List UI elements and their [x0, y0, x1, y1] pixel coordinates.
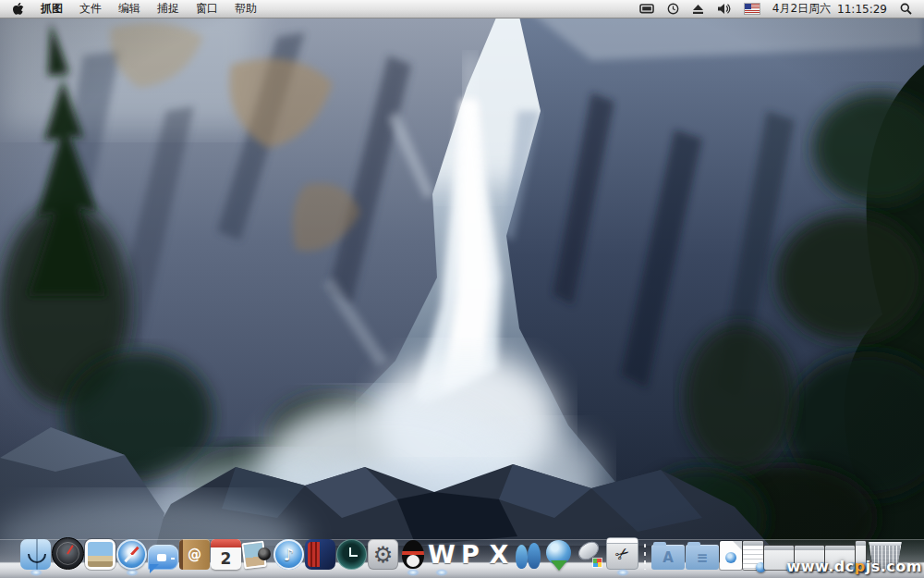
dock-item-front-row[interactable] [305, 539, 335, 570]
menu-item-6[interactable]: 帮助 [226, 0, 265, 18]
dock-item-powerpoint[interactable]: P [456, 539, 484, 570]
powerpoint-glyph: P [456, 539, 484, 570]
running-indicator [126, 569, 139, 576]
menu-item-4[interactable]: 捕捉 [149, 0, 188, 18]
watermark-part: js.com [866, 558, 922, 575]
running-indicator [435, 569, 448, 576]
dock-item-itunes[interactable]: ♪ [274, 539, 304, 570]
dock-item-safari[interactable] [116, 539, 147, 570]
ical-glyph: 2 [211, 539, 241, 570]
dock-item-ical[interactable]: 2 [211, 539, 241, 570]
dock-item-photo-booth[interactable] [242, 539, 273, 570]
itunes-glyph: ♪ [274, 539, 304, 570]
dock-item-system-preferences[interactable]: ⚙ [368, 539, 398, 570]
dock-item-time-machine[interactable] [336, 539, 367, 570]
eject-icon [692, 4, 704, 15]
dock-item-minimized-window-1[interactable] [743, 541, 763, 570]
displays-status[interactable] [633, 4, 661, 15]
display-icon [639, 4, 654, 15]
volume-icon [717, 3, 732, 15]
menu-bar-status-area: 4月2日周六 11:15:29 [633, 1, 924, 17]
menu-item-5[interactable]: 窗口 [188, 0, 226, 18]
date-text: 4月2日周六 [772, 1, 831, 17]
dock-item-grab[interactable]: ✂ [606, 537, 638, 570]
system-preferences-glyph: ⚙ [368, 539, 398, 570]
address-book-glyph: @ [179, 539, 210, 570]
dock-item-dashboard[interactable] [52, 537, 84, 570]
us-flag-icon [745, 4, 760, 14]
wallpaper-yosemite-falls [0, 0, 924, 578]
menu-bar-menus: 抓图文件编辑捕捉窗口帮助 [32, 0, 265, 18]
running-indicator [616, 569, 629, 576]
time-text: 11:15:29 [837, 3, 887, 16]
dock-item-qq[interactable] [399, 539, 427, 570]
spotlight-status[interactable] [894, 3, 918, 15]
documents-folder-glyph: ≡ [686, 545, 719, 570]
running-indicator [30, 569, 43, 576]
dock-item-msn-messenger[interactable] [514, 539, 542, 570]
dock-item-divider [639, 544, 650, 570]
dock-item-documents-folder[interactable]: ≡ [686, 545, 719, 570]
menu-item-1[interactable]: 抓图 [32, 0, 71, 18]
dock-item-address-book[interactable]: @ [179, 539, 210, 570]
word-glyph: W [428, 539, 456, 570]
apple-menu[interactable] [0, 3, 32, 16]
watermark-part: www.dc [786, 558, 854, 575]
time-machine-status[interactable] [661, 3, 686, 15]
menu-item-3[interactable]: 编辑 [110, 0, 149, 18]
desktop: 抓图文件编辑捕捉窗口帮助 [0, 0, 924, 578]
menu-bar: 抓图文件编辑捕捉窗口帮助 [0, 0, 924, 18]
menu-bar-clock[interactable]: 4月2日周六 11:15:29 [766, 1, 894, 17]
dock-items: @2♪⚙WPX✂A≡ [0, 537, 924, 570]
watermark: www.dcpjs.com [786, 558, 922, 575]
watermark-part: p [855, 558, 866, 575]
apple-icon [12, 3, 24, 16]
dock-item-download-manager[interactable] [543, 539, 574, 570]
dock: @2♪⚙WPX✂A≡ [0, 539, 924, 578]
dock-item-excel[interactable]: X [485, 539, 513, 570]
eject-status[interactable] [686, 4, 711, 15]
spotlight-search-icon [900, 3, 912, 15]
dock-item-finder[interactable] [20, 539, 51, 570]
menu-item-2[interactable]: 文件 [71, 0, 110, 18]
dock-item-ichat[interactable] [148, 545, 178, 570]
dock-item-remote-desktop[interactable] [575, 539, 605, 570]
volume-status[interactable] [711, 3, 738, 15]
excel-glyph: X [485, 539, 513, 570]
running-indicator [407, 569, 419, 576]
applications-folder-glyph: A [651, 545, 685, 570]
dock-item-word[interactable]: W [428, 539, 456, 570]
dock-item-safari-document[interactable] [720, 541, 742, 570]
dock-item-applications-folder[interactable]: A [651, 545, 685, 570]
input-source-status[interactable] [738, 4, 766, 14]
clock-icon [667, 3, 679, 15]
dock-item-iphoto[interactable] [85, 539, 116, 570]
